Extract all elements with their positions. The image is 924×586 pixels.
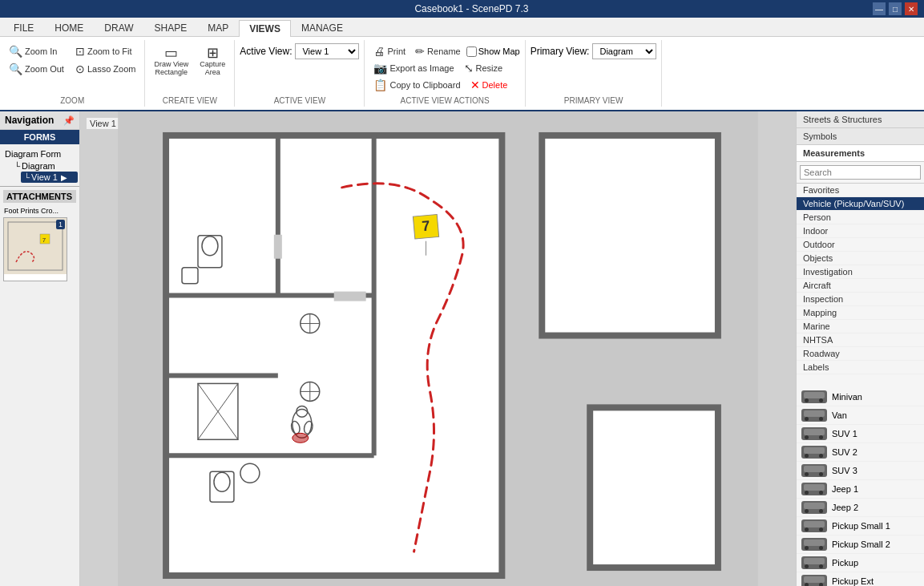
nav-tree: Diagram Form └ Diagram └ View 1 ▶ (0, 144, 79, 186)
primary-view-label: Primary View: (531, 46, 590, 57)
ribbon-section-create-view: ▭ Draw ViewRectangle ⊞ CaptureArea CREAT… (145, 40, 235, 107)
zoom-fit-button[interactable]: ⊡ Zoom to Fit (71, 43, 140, 59)
vehicle-item-suv2[interactable]: SUV 2 (797, 443, 924, 462)
zoom-in-button[interactable]: 🔍 Zoom In (5, 43, 68, 59)
primary-view-dropdown[interactable]: Diagram (592, 43, 656, 59)
rename-button[interactable]: ✏ Rename (411, 43, 465, 59)
vehicle-label-suv3: SUV 3 (832, 466, 857, 475)
right-category-labels[interactable]: Labels (797, 361, 924, 374)
vehicle-item-jeep2[interactable]: Jeep 2 (797, 499, 924, 517)
pin-icon: 📌 (63, 115, 75, 126)
vehicle-item-van[interactable]: Van (797, 406, 924, 425)
vehicle-item-jeep1[interactable]: Jeep 1 (797, 480, 924, 499)
view1-arrow-icon[interactable]: ▶ (61, 173, 67, 182)
zoom-fit-label: Zoom to Fit (87, 46, 132, 56)
right-category-roadway[interactable]: Roadway (797, 347, 924, 361)
right-category-nhtsa[interactable]: NHTSA (797, 333, 924, 347)
show-map-checkbox-label[interactable]: Show Map (466, 43, 520, 59)
zoom-in-label: Zoom In (25, 46, 57, 56)
right-category-aircraft[interactable]: Aircraft (797, 279, 924, 293)
right-tab-streets-structures[interactable]: Streets & Structures (797, 111, 924, 128)
vehicle-icon-pickup-small2 (801, 538, 827, 551)
right-panel: Streets & StructuresSymbolsMeasurements … (796, 111, 924, 586)
zoom-out-button[interactable]: 🔍 Zoom Out (5, 61, 68, 77)
ribbon-section-active-view-actions: 🖨 Print ✏ Rename Show Map 📷 Export as Im… (365, 40, 525, 107)
nav-item-diagram[interactable]: └ Diagram (11, 160, 78, 172)
nav-item-view1[interactable]: └ View 1 ▶ (21, 172, 78, 183)
right-tab-symbols[interactable]: Symbols (797, 128, 924, 145)
vehicle-icon-pickup-ext (801, 575, 827, 587)
vehicle-label-minivan: Minivan (832, 392, 862, 402)
svg-text:7: 7 (42, 236, 46, 244)
print-button[interactable]: 🖨 Print (369, 43, 410, 59)
ribbon-tab-file[interactable]: FILE (3, 19, 44, 36)
maximize-button[interactable]: □ (889, 2, 902, 15)
vehicle-icon-suv3 (801, 464, 827, 477)
lasso-zoom-icon: ⊙ (75, 63, 85, 75)
draw-view-label: Draw ViewRectangle (154, 60, 188, 76)
vehicle-label-pickup-small1: Pickup Small 1 (832, 521, 890, 531)
right-category-favorites[interactable]: Favorites (797, 184, 924, 197)
right-category-investigation[interactable]: Investigation (797, 265, 924, 279)
delete-button[interactable]: ✕ Delete (466, 77, 512, 93)
capture-area-icon: ⊞ (207, 46, 219, 60)
right-category-marine[interactable]: Marine (797, 320, 924, 333)
resize-label: Resize (476, 63, 503, 73)
nav-item-diagram-label: Diagram (22, 161, 55, 171)
ribbon-tab-views[interactable]: VIEWS (239, 20, 291, 37)
rename-icon: ✏ (415, 45, 425, 58)
print-label: Print (387, 46, 406, 56)
right-search-area (797, 162, 924, 184)
close-button[interactable]: ✕ (905, 2, 918, 15)
right-category-mapping[interactable]: Mapping (797, 306, 924, 320)
search-input[interactable] (800, 165, 921, 180)
svg-point-34 (293, 433, 309, 443)
right-category-list: FavoritesVehicle (Pickup/Van/SUV)PersonI… (797, 184, 924, 388)
ribbon-tab-draw[interactable]: DRAW (94, 19, 143, 36)
export-image-button[interactable]: 📷 Export as Image (369, 60, 458, 76)
ribbon-section-zoom: 🔍 Zoom In 🔍 Zoom Out ⊡ Zoom to Fit ⊙ Las… (0, 40, 145, 107)
ribbon: 🔍 Zoom In 🔍 Zoom Out ⊡ Zoom to Fit ⊙ Las… (0, 37, 924, 111)
vehicle-item-pickup[interactable]: Pickup (797, 554, 924, 572)
right-category-vehicle[interactable]: Vehicle (Pickup/Van/SUV) (797, 197, 924, 211)
show-map-checkbox[interactable] (466, 46, 477, 57)
attachment-item-foot-prints[interactable]: 1 7 (3, 217, 67, 281)
vehicle-item-pickup-ext[interactable]: Pickup Ext (797, 572, 924, 587)
right-vehicle-list: MinivanVanSUV 1SUV 2SUV 3Jeep 1Jeep 2Pic… (797, 388, 924, 587)
ribbon-tab-manage[interactable]: MANAGE (291, 19, 353, 36)
right-tab-measurements[interactable]: Measurements (797, 145, 924, 162)
capture-area-button[interactable]: ⊞ CaptureArea (196, 43, 229, 79)
ribbon-section-active-view: Active View: View 1 ACTIVE VIEW (235, 40, 365, 107)
main-layout: Navigation 📌 FORMS Diagram Form └ Diagra… (0, 111, 924, 586)
ribbon-section-primary-view: Primary View: Diagram PRIMARY VIEW (526, 40, 663, 107)
vehicle-item-minivan[interactable]: Minivan (797, 388, 924, 406)
vehicle-item-suv3[interactable]: SUV 3 (797, 462, 924, 480)
draw-view-button[interactable]: ▭ Draw ViewRectangle (150, 43, 192, 79)
ribbon-tab-map[interactable]: MAP (197, 19, 239, 36)
lasso-zoom-button[interactable]: ⊙ Lasso Zoom (71, 61, 140, 77)
zoom-section-label: ZOOM (5, 96, 139, 105)
minimize-button[interactable]: — (873, 2, 886, 15)
right-category-person[interactable]: Person (797, 211, 924, 224)
nav-item-diagram-form[interactable]: Diagram Form (2, 148, 78, 160)
diagram-canvas[interactable]: 7 (80, 111, 796, 586)
vehicle-icon-van (801, 409, 827, 422)
zoom-out-icon: 🔍 (9, 63, 22, 75)
active-view-dropdown[interactable]: View 1 (295, 43, 359, 59)
resize-button[interactable]: ⤡ Resize (460, 60, 507, 76)
vehicle-item-suv1[interactable]: SUV 1 (797, 425, 924, 443)
right-category-objects[interactable]: Objects (797, 252, 924, 265)
right-category-outdoor[interactable]: Outdoor (797, 238, 924, 252)
right-category-indoor[interactable]: Indoor (797, 224, 924, 238)
vehicle-icon-suv2 (801, 446, 827, 459)
vehicle-item-pickup-small2[interactable]: Pickup Small 2 (797, 535, 924, 554)
show-map-label: Show Map (478, 46, 520, 56)
copy-clipboard-button[interactable]: 📋 Copy to Clipboard (369, 77, 464, 93)
ribbon-tab-home[interactable]: HOME (44, 19, 94, 36)
vehicle-item-pickup-small1[interactable]: Pickup Small 1 (797, 517, 924, 535)
right-category-inspection[interactable]: Inspection (797, 293, 924, 306)
active-view-label: Active View: (240, 46, 292, 57)
create-view-section-label: CREATE VIEW (150, 96, 229, 105)
attachments-header: ATTACHMENTS (3, 190, 76, 203)
ribbon-tab-shape[interactable]: SHAPE (144, 19, 198, 36)
